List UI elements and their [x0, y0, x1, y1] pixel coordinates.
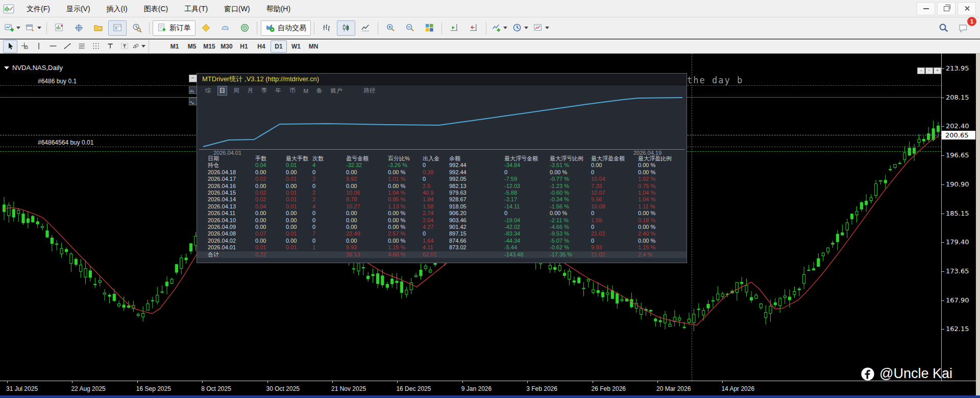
menu-item[interactable]: 窗口(W): [216, 1, 258, 17]
menu-item[interactable]: 显示(V): [58, 1, 99, 17]
chat-button[interactable]: 1: [954, 20, 972, 36]
chart-window-controls[interactable]: – ▫ ×: [917, 67, 941, 74]
dropdown-caret-icon[interactable]: [141, 45, 145, 48]
table-total-row[interactable]: 合计0.2239.134.60 %62.01-143.48-17.35 %21.…: [197, 251, 687, 258]
vline-tool-button[interactable]: [32, 40, 46, 53]
panel-tab-path[interactable]: 路径: [362, 86, 378, 96]
grid-dots-tool-button[interactable]: [89, 40, 103, 53]
navigator-button[interactable]: [89, 20, 107, 36]
menu-item[interactable]: 文件(F): [18, 1, 58, 17]
menu-item[interactable]: 帮助(H): [258, 1, 299, 17]
table-row[interactable]: 2026.04.100.000.0000.000.00 %2.04903.46-…: [197, 217, 687, 224]
chart-bars-button[interactable]: [317, 20, 336, 36]
menu-item[interactable]: 插入(I): [99, 1, 136, 17]
chart-candles-button[interactable]: [337, 20, 355, 36]
panel-tab-周[interactable]: 周: [231, 86, 241, 96]
chart-shift-button[interactable]: [464, 20, 483, 36]
autoscroll-button[interactable]: [445, 20, 463, 36]
hline-tool-button[interactable]: [46, 40, 60, 53]
crosshair-tool-button[interactable]: [17, 40, 32, 53]
text-tool-button[interactable]: [103, 40, 117, 53]
dropdown-caret-icon[interactable]: [524, 27, 528, 29]
menu-item[interactable]: 工具(T): [176, 1, 216, 17]
panel-tab-账户[interactable]: 账户: [329, 86, 345, 96]
table-row[interactable]: 持仓0.040.014-32.32-3.26 %0992.44-34.84-3.…: [197, 162, 687, 169]
date-axis[interactable]: 31 Jul 202522 Aug 202516 Sep 20258 Oct 2…: [0, 381, 976, 396]
dropdown-caret-icon[interactable]: [37, 27, 41, 29]
timeframe-m5-button[interactable]: M5: [184, 40, 200, 53]
panel-title[interactable]: MTDriver统计 ,V3.12 (http://mtdriver.cn): [197, 74, 687, 85]
table-row[interactable]: 2026.04.170.020.0129.921.01 %0992.05-7.5…: [197, 176, 687, 182]
notification-badge[interactable]: 1: [967, 17, 976, 26]
restore-button[interactable]: [937, 2, 955, 15]
fibonacci-tool-button[interactable]: [75, 40, 89, 53]
strategy-tester-button[interactable]: [128, 20, 146, 36]
panel-chart-icon[interactable]: [189, 86, 197, 94]
new-chart-button[interactable]: [3, 20, 22, 36]
cursor-tool-button[interactable]: [3, 40, 17, 53]
table-row[interactable]: 2026.04.020.000.0000.000.00 %1.64874.66-…: [197, 238, 687, 244]
search-button[interactable]: [935, 20, 953, 36]
timeframe-h1-button[interactable]: H1: [236, 40, 252, 53]
panel-tab-日[interactable]: 日: [217, 86, 228, 96]
timeframe-h4-button[interactable]: H4: [253, 40, 270, 53]
timeframe-m15-button[interactable]: M15: [201, 40, 217, 53]
zoom-in-button[interactable]: [381, 20, 400, 36]
dropdown-caret-icon[interactable]: [16, 27, 20, 29]
table-cell: -9.53 %: [550, 230, 591, 237]
panel-tab-综[interactable]: 综: [203, 86, 213, 96]
minimize-button[interactable]: [917, 2, 935, 15]
editor-cloud-button[interactable]: [216, 20, 234, 36]
table-row[interactable]: 2026.04.180.000.0000.000.00 %0.39992.440…: [197, 169, 687, 176]
chart-restore-icon[interactable]: ▫: [925, 67, 933, 74]
dropdown-caret-icon[interactable]: [503, 27, 507, 29]
timeframe-m1-button[interactable]: M1: [166, 40, 183, 53]
market-watch-button[interactable]: [50, 20, 68, 36]
menu-item[interactable]: 图表(C): [136, 1, 176, 17]
panel-tab-月[interactable]: 月: [246, 86, 256, 96]
table-row[interactable]: 2026.04.160.000.0000.000.00 %2.5982.13-1…: [197, 183, 687, 190]
panel-tab-备[interactable]: 备: [314, 86, 325, 96]
table-row[interactable]: 2026.04.110.000.0000.000.00 %2.74906.200…: [197, 210, 687, 217]
metaeditor-button[interactable]: [197, 20, 215, 36]
trendline-tool-button[interactable]: [60, 40, 75, 53]
table-row[interactable]: 2026.04.130.040.01410.271.13 %1.58918.05…: [197, 203, 687, 210]
dropdown-caret-icon[interactable]: [545, 27, 549, 29]
label-tool-button[interactable]: [117, 40, 132, 53]
chart-line-button[interactable]: [356, 20, 375, 36]
panel-tab-年[interactable]: 年: [274, 86, 284, 96]
table-cell: -34.84: [504, 162, 550, 169]
timeframe-m30-button[interactable]: M30: [218, 40, 235, 53]
autotrade-button[interactable]: 自动交易: [261, 20, 311, 36]
panel-minimize-button[interactable]: −: [189, 75, 197, 82]
table-row[interactable]: 2026.04.010.010.0119.931.15 %4.11873.02-…: [197, 244, 687, 251]
price-axis[interactable]: 213.95208.15202.40196.65190.90185.15179.…: [941, 54, 976, 381]
data-window-button[interactable]: [69, 20, 88, 36]
panel-tab-币[interactable]: 币: [287, 86, 298, 96]
zoom-out-button[interactable]: [401, 20, 419, 36]
periods-button[interactable]: [510, 20, 530, 36]
timeframe-group: M1M5M15M30H1H4D1W1MN: [166, 40, 322, 53]
panel-tab-M[interactable]: M: [302, 87, 311, 95]
profiles-button[interactable]: [23, 20, 43, 36]
panel-wave-icon[interactable]: [189, 98, 197, 105]
close-button[interactable]: [958, 2, 976, 15]
table-cell: 873.02: [449, 244, 504, 251]
shapes-tool-button[interactable]: [132, 40, 146, 53]
chart-minimize-icon[interactable]: –: [917, 67, 925, 74]
panel-tab-季[interactable]: 季: [259, 86, 270, 96]
tile-windows-button[interactable]: [420, 20, 438, 36]
radar-button[interactable]: [235, 20, 254, 36]
table-row[interactable]: 2026.04.090.000.0000.000.00 %4.27901.42-…: [197, 224, 687, 230]
timeframe-d1-button[interactable]: D1: [271, 40, 287, 53]
terminal-button[interactable]: [108, 20, 127, 36]
new-order-button[interactable]: 新订单: [153, 20, 195, 36]
table-row[interactable]: 2026.04.140.020.0128.780.95 %1.84928.67-…: [197, 196, 687, 203]
timeframe-mn-button[interactable]: MN: [305, 40, 322, 53]
chart-close-icon[interactable]: ×: [934, 67, 941, 74]
timeframe-w1-button[interactable]: W1: [288, 40, 304, 53]
templates-button[interactable]: [531, 20, 551, 36]
table-row[interactable]: 2026.04.080.070.01722.492.57 %0897.15-83…: [197, 230, 687, 237]
table-row[interactable]: 2026.04.150.020.01210.061.04 %40.9979.63…: [197, 190, 687, 196]
add-indicator-button[interactable]: [489, 20, 509, 36]
